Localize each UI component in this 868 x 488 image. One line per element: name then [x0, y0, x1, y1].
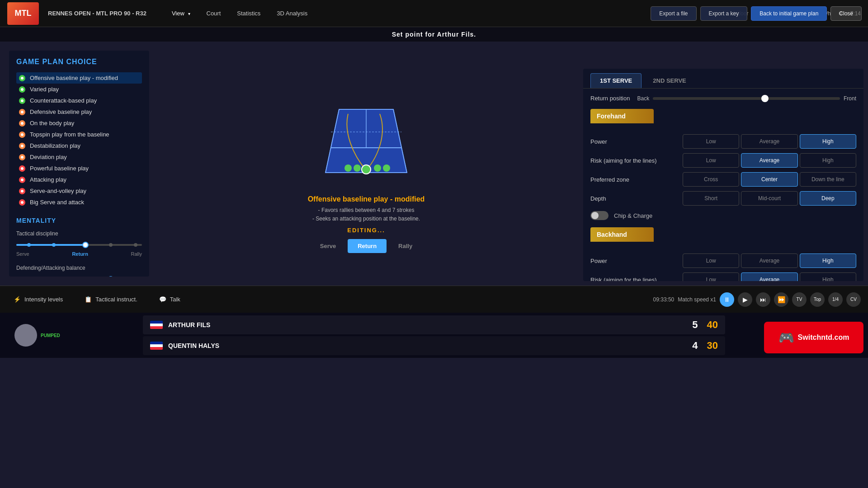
tactical-discipline-label: Tactical discipline — [16, 230, 142, 237]
right-panel-content: Return position Back Front Forehand — [583, 89, 863, 281]
return-track — [653, 97, 840, 100]
plan-dot-9 — [19, 177, 25, 183]
close-button[interactable]: Close — [830, 6, 862, 21]
intensity-levels-tab[interactable]: ⚡ Intensity levels — [7, 293, 69, 305]
plan-item-1[interactable]: Varied play — [16, 84, 142, 95]
logo-text: MTL — [15, 9, 32, 18]
backhand-risk-low[interactable]: Low — [683, 272, 739, 281]
plan-label-9: Attacking play — [30, 176, 66, 183]
return-slider[interactable]: Back Front — [637, 95, 856, 102]
intensity-label: Intensity levels — [24, 296, 63, 303]
forehand-risk-high[interactable]: High — [800, 153, 856, 168]
cv-button[interactable]: CV — [846, 292, 861, 307]
plan-item-8[interactable]: Powerful baseline play — [16, 163, 142, 174]
quentin-halys-row: QUENTIN HALYS 4 30 — [143, 336, 725, 355]
plan-item-9[interactable]: Attacking play — [16, 174, 142, 185]
arthur-status-text: PUMPED — [41, 333, 60, 338]
forehand-depth-midcourt[interactable]: Mid-court — [741, 191, 797, 206]
plan-item-5[interactable]: Topspin play from the baseline — [16, 129, 142, 140]
plan-item-0[interactable]: Offensive baseline play - modified — [16, 72, 142, 84]
forehand-risk-low[interactable]: Low — [683, 153, 739, 168]
plan-item-7[interactable]: Deviation play — [16, 151, 142, 163]
talk-tab[interactable]: 💬 Talk — [153, 293, 187, 305]
nav-3d-analysis[interactable]: 3D Analysis — [269, 7, 315, 19]
backhand-power-high[interactable]: High — [800, 253, 856, 268]
backhand-risk-average[interactable]: Average — [741, 272, 797, 281]
strategy-name: Offensive baseline play - modified — [308, 195, 425, 203]
plan-item-4[interactable]: On the body play — [16, 117, 142, 129]
plan-dot-2 — [19, 98, 25, 104]
strategy-desc-1: - Favors rallies between 4 and 7 strokes… — [312, 206, 420, 223]
forehand-zone-down-line[interactable]: Down the line — [800, 172, 856, 187]
play-button[interactable]: ▶ — [738, 292, 752, 307]
scoreboard: PUMPED ARTHUR FILS 5 40 QUENTIN HALYS 4 … — [0, 313, 868, 358]
forehand-depth-deep[interactable]: Deep — [800, 191, 856, 206]
main-content: GAME PLAN CHOICE Offensive baseline play… — [0, 42, 868, 286]
game-plan-panel: GAME PLAN CHOICE Offensive baseline play… — [9, 51, 149, 277]
forehand-power-average[interactable]: Average — [741, 134, 797, 149]
plan-label-11: Big Serve and attack — [30, 199, 84, 206]
chip-charge-row: Chip & Charge — [590, 211, 856, 220]
svg-point-9 — [354, 164, 361, 172]
forehand-risk-options: Low Average High — [683, 153, 856, 168]
nav-view[interactable]: View ▾ — [165, 7, 198, 19]
plan-dot-8 — [19, 165, 25, 172]
backhand-power-options: Low Average High — [683, 253, 856, 268]
app-logo: MTL — [7, 2, 39, 25]
tab-2nd-serve[interactable]: 2ND SERVE — [643, 73, 695, 88]
plan-item-3[interactable]: Defensive baseline play — [16, 106, 142, 117]
tv-button[interactable]: TV — [792, 292, 807, 307]
svg-point-8 — [344, 164, 352, 172]
plan-item-11[interactable]: Big Serve and attack — [16, 197, 142, 208]
talk-icon: 💬 — [159, 296, 166, 303]
backhand-power-average[interactable]: Average — [741, 253, 797, 268]
backhand-power-low[interactable]: Low — [683, 253, 739, 268]
forehand-risk-row: Risk (aiming for the lines) Low Average … — [590, 153, 856, 168]
forehand-depth-short[interactable]: Short — [683, 191, 739, 206]
export-file-button[interactable]: Export a file — [651, 6, 696, 21]
forehand-zone-cross[interactable]: Cross — [683, 172, 739, 187]
tab-1st-serve[interactable]: 1ST SERVE — [590, 73, 642, 88]
rally-btn[interactable]: Rally — [388, 239, 422, 253]
skip-forward-button[interactable]: ⏭ — [756, 292, 770, 307]
backhand-risk-high[interactable]: High — [800, 272, 856, 281]
plan-item-10[interactable]: Serve-and-volley play — [16, 185, 142, 197]
backhand-power-label: Power — [590, 258, 681, 264]
forehand-depth-label: Depth — [590, 195, 681, 202]
plan-item-6[interactable]: Destabilization play — [16, 140, 142, 151]
forehand-zone-center[interactable]: Center — [741, 172, 797, 187]
serve-btn[interactable]: Serve — [310, 239, 346, 253]
nav-statistics[interactable]: Statistics — [230, 7, 268, 19]
back-to-initial-button[interactable]: Back to initial game plan — [751, 6, 827, 21]
backhand-power-row: Power Low Average High — [590, 253, 856, 268]
plan-dot-6 — [19, 143, 25, 149]
forehand-power-low[interactable]: Low — [683, 134, 739, 149]
plan-item-2[interactable]: Counterattack-based play — [16, 95, 142, 106]
forehand-risk-average[interactable]: Average — [741, 153, 797, 168]
forehand-header: Forehand — [590, 109, 654, 123]
tactical-instructions-tab[interactable]: 📋 Tactical instruct. — [78, 293, 143, 305]
toggle-knob — [591, 212, 599, 219]
court-area: Offensive baseline play - modified - Fav… — [149, 46, 583, 281]
left-player-area: PUMPED — [7, 324, 143, 347]
arthur-name: ARTHUR FILS — [168, 321, 210, 328]
plan-dot-3 — [19, 109, 25, 115]
nav-statistics-label: Statistics — [237, 10, 260, 17]
pause-button[interactable]: ⏸ — [720, 292, 734, 307]
plan-dot-10 — [19, 188, 25, 194]
forehand-zone-row: Preferred zone Cross Center Down the lin… — [590, 172, 856, 187]
arthur-fils-status: PUMPED — [41, 333, 60, 338]
export-key-button[interactable]: Export a key — [700, 6, 748, 21]
return-btn[interactable]: Return — [348, 239, 387, 253]
time-display: 09:33:50 — [653, 296, 675, 303]
bottom-bar: ⚡ Intensity levels 📋 Tactical instruct. … — [0, 286, 868, 313]
quarter-button[interactable]: 1/4 — [828, 292, 843, 307]
svg-point-11 — [374, 164, 381, 172]
top-button[interactable]: Top — [810, 292, 825, 307]
plan-label-1: Varied play — [30, 86, 59, 93]
fast-forward-button[interactable]: ⏩ — [774, 292, 788, 307]
chip-charge-toggle[interactable] — [590, 211, 609, 220]
forehand-power-high[interactable]: High — [800, 134, 856, 149]
forehand-zone-options: Cross Center Down the line — [683, 172, 856, 187]
nav-court[interactable]: Court — [199, 7, 228, 19]
